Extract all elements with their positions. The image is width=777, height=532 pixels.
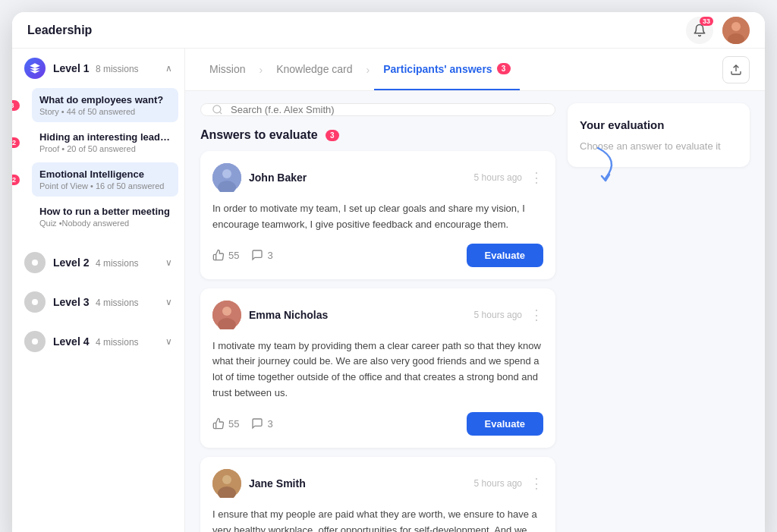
svg-point-4 [32, 299, 38, 305]
main-layout: Level 1 8 missions ∧ 3 What do employees… [12, 49, 765, 532]
mission-4-title: How to run a better meeting [39, 206, 171, 217]
mission-wrapper-3: 12 Emotional Intelligence Point of View … [18, 162, 178, 197]
answer-3-menu[interactable]: ⋮ [530, 477, 543, 490]
answer-1-likes: 55 [212, 249, 239, 261]
answer-2-menu[interactable]: ⋮ [530, 308, 543, 322]
avatar-jane-smith [212, 469, 241, 498]
eval-arrow-icon [590, 144, 636, 182]
mission-3-badge: 12 [12, 175, 20, 185]
tab-sep-2: › [365, 64, 372, 76]
answer-2-meta: 5 hours ago ⋮ [474, 308, 543, 322]
sidebar-level-1[interactable]: Level 1 8 missions ∧ [12, 49, 184, 88]
answer-3-text: I ensure that my people are paid what th… [212, 507, 543, 532]
evaluate-button-1[interactable]: Evaluate [467, 244, 543, 267]
level-4-chevron: ∨ [165, 336, 172, 347]
eval-title: Your evaluation [580, 118, 738, 131]
level-1-chevron: ∧ [165, 63, 172, 74]
answer-1-user: John Baker [212, 163, 307, 192]
mission-item-2[interactable]: Hiding an interesting leader... Proof • … [32, 125, 178, 159]
answer-2-user: Emma Nicholas [212, 301, 328, 329]
level-1-name: Level 1 [53, 62, 89, 74]
like-icon-1 [212, 249, 225, 261]
answer-2-stats: 55 3 [212, 417, 273, 430]
sidebar-level-2[interactable]: Level 2 4 missions ∨ [12, 243, 184, 282]
mission-item-4[interactable]: How to run a better meeting Quiz •Nobody… [32, 200, 178, 234]
section-title: Answers to evaluate 3 [200, 128, 555, 142]
level-2-icon [24, 252, 46, 273]
answer-2-text: I motivate my team by providing them a c… [212, 338, 543, 401]
section-badge: 3 [326, 130, 339, 141]
mission-1-badge: 3 [12, 100, 20, 111]
answer-2-time: 5 hours ago [474, 310, 522, 320]
answer-2-user-name: Emma Nicholas [249, 309, 328, 321]
evaluation-panel: Your evaluation Choose an answer to eval… [568, 103, 750, 167]
tab-mission[interactable]: Mission [200, 49, 254, 90]
answer-1-time: 5 hours ago [474, 172, 522, 183]
svg-point-3 [32, 260, 38, 266]
tab-mission-label: Mission [209, 63, 245, 75]
avatar-john-baker [212, 163, 241, 192]
sidebar-level-4[interactable]: Level 4 4 missions ∨ [12, 322, 184, 361]
mission-list-level-1: 3 What do employees want? Story • 44 of … [12, 88, 184, 243]
notification-badge: 33 [700, 17, 713, 26]
level-4-missions: 4 missions [96, 337, 139, 348]
mission-2-badge: 12 [12, 137, 20, 148]
tab-knowledge[interactable]: Knowledge card [267, 49, 361, 90]
answer-card-2: Emma Nicholas 5 hours ago ⋮ I motivate m… [200, 288, 555, 448]
level-2-info: Level 2 4 missions [53, 256, 158, 269]
tab-knowledge-label: Knowledge card [276, 63, 352, 75]
svg-point-9 [222, 169, 231, 178]
avatar-emma-nicholas [212, 301, 241, 329]
answer-3-time: 5 hours ago [474, 478, 522, 489]
answer-3-user: Jane Smith [212, 469, 306, 498]
notification-button[interactable]: 33 [686, 17, 713, 44]
svg-point-7 [213, 105, 221, 113]
level-3-missions: 4 missions [96, 297, 139, 308]
sidebar-level-3[interactable]: Level 3 4 missions ∨ [12, 282, 184, 322]
tab-bar: Mission › Knowledge card › Participants'… [185, 49, 765, 91]
answer-3-user-name: Jane Smith [249, 477, 306, 490]
answer-1-text: In order to motivate my team, I set up c… [212, 201, 543, 233]
tab-answers[interactable]: Participants' answers 3 [374, 49, 519, 90]
tab-answers-badge: 3 [497, 63, 511, 74]
svg-point-5 [32, 338, 38, 345]
comment-icon-2 [251, 417, 263, 430]
evaluate-button-2[interactable]: Evaluate [467, 412, 543, 436]
level-1-info: Level 1 8 missions [53, 61, 158, 75]
like-icon-2 [212, 417, 225, 430]
mission-3-subtitle: Point of View • 16 of 50 answered [39, 181, 171, 190]
tab-answers-label: Participants' answers [383, 63, 492, 75]
mission-item-1[interactable]: What do employees want? Story • 44 of 50… [32, 88, 178, 122]
svg-point-15 [222, 475, 231, 484]
mission-1-subtitle: Story • 44 of 50 answered [39, 107, 171, 116]
export-button[interactable] [722, 56, 750, 83]
app-title: Leadership [27, 24, 92, 37]
mission-wrapper-1: 3 What do employees want? Story • 44 of … [18, 88, 178, 122]
level-1-icon [24, 58, 46, 79]
mission-3-title: Emotional Intelligence [39, 168, 171, 180]
level-1-missions: 8 missions [96, 64, 139, 74]
level-2-chevron: ∨ [165, 257, 172, 268]
mission-item-3[interactable]: Emotional Intelligence Point of View • 1… [32, 162, 178, 197]
level-4-name: Level 4 [53, 335, 89, 348]
mission-wrapper-2: 12 Hiding an interesting leader... Proof… [18, 125, 178, 159]
top-bar-right: 33 [686, 17, 750, 44]
level-2-name: Level 2 [53, 257, 89, 269]
level-3-info: Level 3 4 missions [53, 295, 158, 309]
tab-sep-1: › [257, 64, 264, 76]
answer-card-3: Jane Smith 5 hours ago ⋮ I ensure that m… [200, 457, 555, 532]
level-4-info: Level 4 4 missions [53, 335, 158, 348]
tab-nav: Mission › Knowledge card › Participants'… [200, 49, 520, 90]
mission-2-subtitle: Proof • 20 of 50 answered [39, 144, 171, 153]
answer-1-menu[interactable]: ⋮ [530, 171, 543, 184]
user-avatar[interactable] [722, 17, 750, 44]
answers-panel: Answers to evaluate 3 [200, 103, 555, 532]
level-3-icon [24, 291, 46, 313]
search-input[interactable] [231, 104, 544, 115]
top-bar: Leadership 33 [12, 12, 765, 49]
answer-2-header: Emma Nicholas 5 hours ago ⋮ [212, 301, 543, 329]
answer-1-like-count: 55 [228, 250, 239, 261]
svg-point-12 [222, 307, 231, 316]
answer-1-meta: 5 hours ago ⋮ [474, 171, 543, 184]
answer-card-1: John Baker 5 hours ago ⋮ In order to mot… [200, 151, 555, 279]
